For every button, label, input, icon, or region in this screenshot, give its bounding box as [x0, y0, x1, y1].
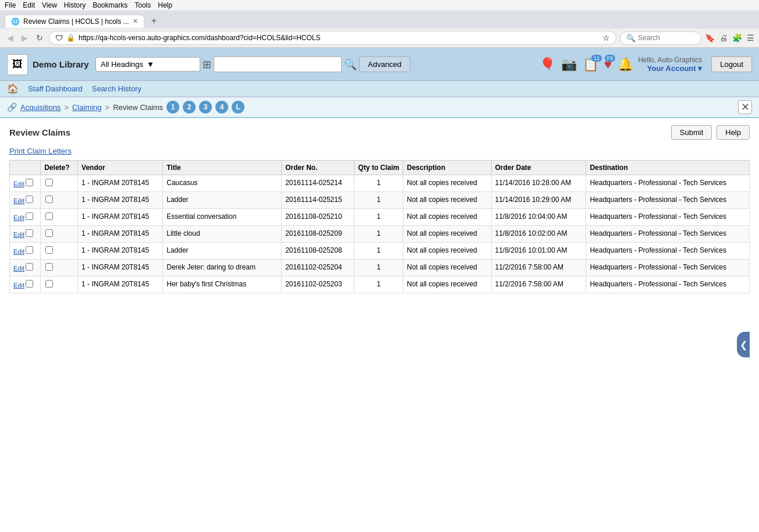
delete-cell: [41, 175, 78, 192]
title-cell: Ladder: [163, 243, 282, 260]
row-checkbox[interactable]: [26, 212, 33, 220]
bookmark-manager-icon[interactable]: 🔖: [705, 33, 715, 42]
edit-cell: Edit: [10, 260, 41, 276]
step-bubble-4[interactable]: 4: [215, 101, 228, 114]
col-header-edit: [10, 161, 41, 175]
edit-link[interactable]: Edit: [13, 248, 24, 255]
tab-close-icon[interactable]: ✕: [133, 17, 138, 25]
table-scroll[interactable]: Delete? Vendor Title Order No. Qty to Cl…: [9, 160, 750, 529]
tab-label: Review Claims | HCOLS | hcols ...: [23, 17, 129, 26]
url-bar[interactable]: 🛡 🔒 ☆: [49, 31, 616, 45]
row-checkbox[interactable]: [26, 263, 33, 271]
search-input[interactable]: [214, 56, 342, 72]
row-checkbox[interactable]: [26, 179, 33, 186]
row-checkbox[interactable]: [26, 229, 33, 237]
delete-checkbox[interactable]: [45, 196, 53, 203]
breadcrumb-sep-2: >: [105, 103, 110, 112]
row-checkbox[interactable]: [26, 246, 33, 254]
vendor-cell: 1 - INGRAM 20T8145: [78, 175, 163, 192]
order-no-cell: 20161108-025209: [282, 226, 354, 243]
menu-tools[interactable]: Tools: [134, 1, 151, 9]
edit-link[interactable]: Edit: [13, 214, 24, 221]
balloon-icon[interactable]: 🎈: [540, 57, 555, 72]
logout-button[interactable]: Logout: [711, 56, 752, 72]
menu-file[interactable]: File: [5, 1, 16, 9]
destination-cell: Headquarters - Professional - Tech Servi…: [586, 209, 750, 226]
col-header-order-no: Order No.: [282, 161, 354, 175]
edit-cell: Edit: [10, 192, 41, 209]
forward-button[interactable]: ▶: [19, 32, 30, 44]
print-icon[interactable]: 🖨: [719, 33, 728, 42]
order-no-cell: 20161108-025210: [282, 209, 354, 226]
main-content: Review Claims Submit Help Print Claim Le…: [0, 118, 759, 532]
menu-history[interactable]: History: [64, 1, 86, 9]
camera-icon[interactable]: 📷: [561, 57, 577, 72]
url-input[interactable]: [79, 34, 599, 42]
print-claim-letters-link[interactable]: Print Claim Letters: [9, 147, 72, 155]
your-account-link[interactable]: Your Account ▾: [638, 64, 702, 73]
table-row: Edit 1 - INGRAM 20T8145 Derek Jeter: dar…: [10, 260, 750, 276]
browser-search-input[interactable]: [638, 34, 684, 42]
table-row: Edit 1 - INGRAM 20T8145 Caucasus 2016111…: [10, 175, 750, 192]
row-checkbox[interactable]: [26, 280, 33, 288]
advanced-button[interactable]: Advanced: [359, 56, 410, 72]
search-button[interactable]: 🔍: [344, 58, 357, 71]
delete-checkbox[interactable]: [45, 263, 53, 271]
delete-checkbox[interactable]: [45, 246, 53, 254]
step-bubble-1[interactable]: 1: [166, 101, 179, 114]
menu-icon[interactable]: ☰: [747, 33, 754, 42]
page-header: Review Claims Submit Help: [9, 125, 750, 140]
step-bubble-2[interactable]: 2: [183, 101, 196, 114]
new-tab-button[interactable]: +: [147, 13, 161, 29]
refresh-button[interactable]: ↻: [34, 32, 45, 44]
bookmark-icon[interactable]: ☆: [602, 33, 610, 42]
browser-tab-active[interactable]: 🌐 Review Claims | HCOLS | hcols ... ✕: [5, 15, 144, 28]
menu-view[interactable]: View: [42, 1, 57, 9]
delete-checkbox[interactable]: [45, 179, 53, 186]
staff-dashboard-link[interactable]: Staff Dashboard: [28, 84, 83, 93]
sidebar-toggle-button[interactable]: ❮: [737, 332, 750, 357]
menu-edit[interactable]: Edit: [23, 1, 35, 9]
table-wrapper: Delete? Vendor Title Order No. Qty to Cl…: [9, 160, 750, 529]
search-history-link[interactable]: Search History: [92, 84, 141, 93]
close-panel-button[interactable]: ✕: [738, 100, 752, 114]
extension-icon[interactable]: 🧩: [732, 33, 742, 42]
account-arrow-icon: ▾: [698, 64, 702, 73]
headings-dropdown[interactable]: All Headings ▼: [95, 57, 200, 72]
home-icon[interactable]: 🏠: [7, 83, 19, 94]
destination-cell: Headquarters - Professional - Tech Servi…: [586, 175, 750, 192]
step-bubble-3[interactable]: 3: [199, 101, 212, 114]
edit-link[interactable]: Edit: [13, 282, 24, 289]
stack-icon[interactable]: ⊞: [203, 58, 211, 71]
order-date-cell: 11/8/2016 10:04:00 AM: [491, 209, 586, 226]
bell-icon[interactable]: 🔔: [618, 57, 633, 72]
step-bubble-l[interactable]: L: [232, 101, 244, 114]
delete-checkbox[interactable]: [45, 212, 53, 220]
qty-cell: 1: [354, 243, 403, 260]
back-button[interactable]: ◀: [5, 32, 16, 44]
app-logo: 🖼: [7, 54, 28, 75]
edit-link[interactable]: Edit: [13, 265, 24, 272]
submit-button[interactable]: Submit: [671, 125, 712, 140]
menu-bookmarks[interactable]: Bookmarks: [93, 1, 127, 9]
edit-link[interactable]: Edit: [13, 231, 24, 238]
headings-label: All Headings: [101, 60, 143, 69]
edit-link[interactable]: Edit: [13, 197, 24, 204]
breadcrumb-acquisitions[interactable]: Acquisitions: [20, 103, 61, 112]
browser-search-bar[interactable]: 🔍: [620, 31, 701, 45]
delete-checkbox[interactable]: [45, 229, 53, 237]
list-icon[interactable]: 📋 11: [583, 57, 598, 72]
delete-checkbox[interactable]: [45, 280, 53, 288]
edit-link[interactable]: Edit: [13, 180, 24, 187]
help-button[interactable]: Help: [717, 125, 750, 140]
heart-icon[interactable]: ♥ F9: [604, 57, 612, 72]
browser-menu-bar: File Edit View History Bookmarks Tools H…: [0, 0, 759, 11]
user-section[interactable]: Hello, Auto-Graphics Your Account ▾: [638, 56, 702, 73]
destination-cell: Headquarters - Professional - Tech Servi…: [586, 226, 750, 243]
vendor-cell: 1 - INGRAM 20T8145: [78, 243, 163, 260]
row-checkbox[interactable]: [26, 196, 33, 203]
col-header-order-date: Order Date: [491, 161, 586, 175]
breadcrumb-claiming[interactable]: Claiming: [72, 103, 102, 112]
menu-help[interactable]: Help: [158, 1, 172, 9]
qty-cell: 1: [354, 276, 403, 293]
